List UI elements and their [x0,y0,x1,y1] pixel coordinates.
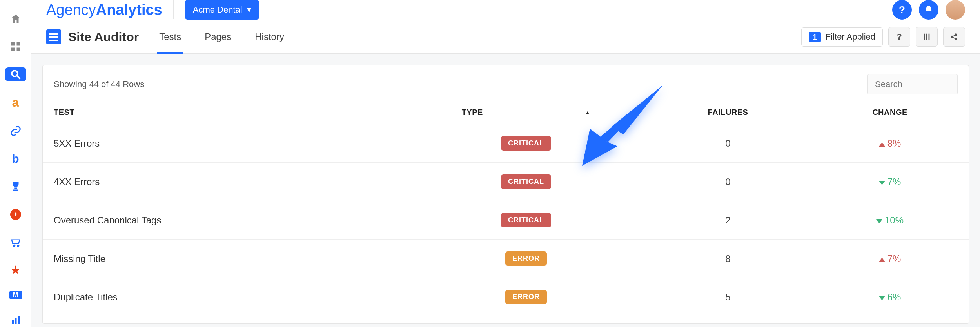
trend-down-icon [876,219,882,223]
failures-cell: 8 [634,253,822,264]
tab-pages[interactable]: Pages [202,20,234,53]
sort-ascending-icon: ▲ [585,109,590,116]
columns-button[interactable] [916,27,938,47]
change-cell: 7% [822,253,958,264]
svg-rect-12 [926,34,927,40]
help-icon: ? [897,32,902,42]
rail-trophy-icon[interactable] [5,180,26,193]
table-row[interactable]: Missing TitleERROR87% [43,239,969,278]
bell-icon [924,5,933,15]
rail-grid-icon[interactable] [5,40,26,53]
help-button[interactable]: ? [892,0,912,20]
brand-logo[interactable]: AgencyAnalytics [46,2,162,18]
col-type[interactable]: TYPE ▲ [418,108,634,117]
type-badge: CRITICAL [501,174,551,189]
rail-search-icon[interactable] [5,67,26,81]
svg-point-7 [17,245,19,246]
change-cell: 10% [822,215,958,226]
tab-history[interactable]: History [252,20,287,53]
table-header: TEST TYPE ▲ FAILURES CHANGE [43,94,969,124]
table-row[interactable]: Overused Canonical TagsCRITICAL210% [43,201,969,239]
type-cell: CRITICAL [418,213,634,227]
type-badge: ERROR [505,251,547,266]
test-name: 5XX Errors [54,138,418,149]
table-row[interactable]: Duplicate TitlesERROR56% [43,278,969,316]
type-cell: CRITICAL [418,174,634,189]
rail-moz-icon[interactable]: M [9,291,22,299]
failures-cell: 5 [634,292,822,303]
change-cell: 7% [822,176,958,187]
test-name: Missing Title [54,253,418,264]
page-title-text: Site Auditor [68,30,139,44]
rail-cart-icon[interactable] [5,235,26,249]
table-row[interactable]: 4XX ErrorsCRITICAL07% [43,162,969,201]
svg-rect-1 [16,42,20,45]
rail-star-icon[interactable]: ★ [5,263,26,277]
topbar: AgencyAnalytics Acme Dental ▾ ? [31,0,980,20]
failures-cell: 0 [634,138,822,149]
type-cell: ERROR [418,290,634,304]
chevron-down-icon: ▾ [247,5,251,15]
search-input[interactable] [867,74,958,94]
svg-line-5 [17,76,20,79]
svg-point-6 [13,245,15,246]
content-stage: Showing 44 of 44 Rows TEST TYPE ▲ FAILUR… [31,54,980,327]
svg-rect-9 [15,318,16,324]
page-title-icon [46,29,61,44]
table-row[interactable]: 5XX ErrorsCRITICAL08% [43,124,969,162]
client-picker-button[interactable]: Acme Dental ▾ [185,0,259,20]
notifications-button[interactable] [919,0,938,20]
failures-cell: 0 [634,176,822,187]
type-badge: ERROR [505,290,547,304]
brand-part1: Agency [46,2,96,18]
user-avatar[interactable] [946,0,965,20]
rail-home-icon[interactable] [5,12,26,25]
filter-count-badge: 1 [809,32,821,42]
page-title: Site Auditor [46,29,139,44]
test-name: Overused Canonical Tags [54,215,418,226]
svg-line-17 [953,35,955,36]
trend-down-icon [879,296,885,300]
filter-applied-button[interactable]: 1 Filter Applied [801,27,883,47]
svg-rect-2 [11,47,15,51]
type-cell: CRITICAL [418,136,634,151]
rail-link-icon[interactable] [5,124,26,138]
svg-rect-3 [16,47,20,51]
subheader: Site Auditor TestsPagesHistory 1 Filter … [31,20,980,54]
help-tooltip-button[interactable]: ? [888,27,910,47]
failures-cell: 2 [634,215,822,226]
table-body: 5XX ErrorsCRITICAL08%4XX ErrorsCRITICAL0… [43,124,969,316]
results-card: Showing 44 of 44 Rows TEST TYPE ▲ FAILUR… [42,65,969,324]
col-failures[interactable]: FAILURES [634,108,822,117]
type-badge: CRITICAL [501,136,551,151]
share-button[interactable] [943,27,965,47]
filter-label: Filter Applied [826,32,875,42]
sliders-icon [922,33,931,41]
svg-rect-13 [929,34,930,40]
svg-rect-0 [11,42,15,45]
test-name: Duplicate Titles [54,292,418,303]
svg-rect-10 [18,316,20,324]
trend-up-icon [879,142,885,147]
brand-part2: Analytics [96,2,162,18]
col-change[interactable]: CHANGE [822,108,958,117]
svg-point-4 [12,71,18,76]
tabs: TestsPagesHistory [157,20,287,53]
client-picker-label: Acme Dental [193,5,242,15]
col-test[interactable]: TEST [54,108,418,117]
rail-semrush-icon[interactable]: ✦ [5,207,26,221]
trend-down-icon [879,181,885,185]
tab-tests[interactable]: Tests [157,20,183,53]
svg-line-18 [953,37,955,39]
rail-a-icon[interactable]: a [5,95,26,110]
change-cell: 6% [822,292,958,303]
rail-bing-icon[interactable]: b [5,152,26,165]
divider [173,0,174,19]
sidebar-rail: a b ✦ ★ M [0,0,31,327]
test-name: 4XX Errors [54,176,418,187]
type-badge: CRITICAL [501,213,551,227]
trend-up-icon [879,258,885,262]
rail-bars-icon[interactable] [5,313,26,327]
share-icon [950,33,958,41]
svg-rect-8 [12,320,14,324]
